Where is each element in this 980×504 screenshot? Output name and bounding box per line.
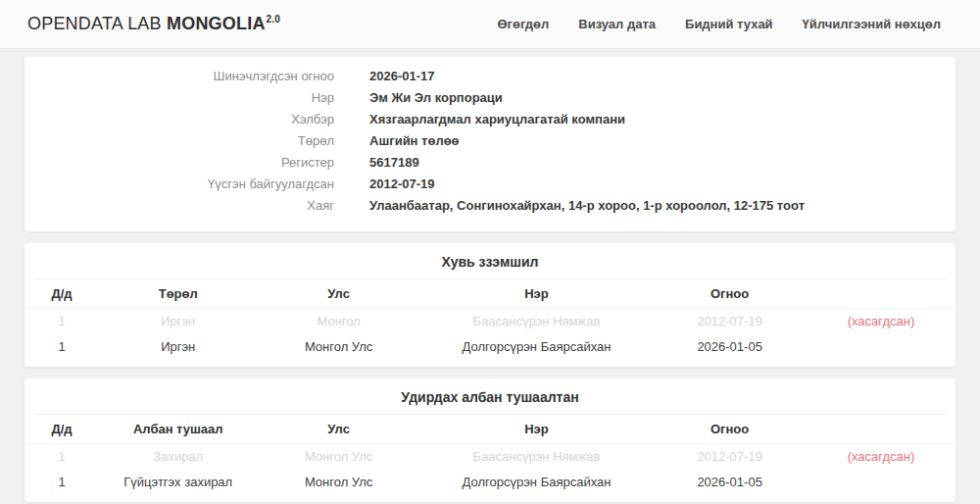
column-header-type: Төрөл <box>99 279 258 308</box>
cell-name: Баасансүрэн Нямжав <box>420 308 654 333</box>
detail-label: Хаяг <box>48 198 334 213</box>
site-logo[interactable]: OPENDATA LAB MONGOLIA2.0 <box>27 14 280 34</box>
app-header: OPENDATA LAB MONGOLIA2.0 Өгөгдөл Визуал … <box>0 0 980 49</box>
main-nav: Өгөгдөл Визуал дата Бидний тухай Үйлчилг… <box>497 17 941 31</box>
detail-value: Эм Жи Эл корпораци <box>369 90 932 105</box>
status-cell <box>807 469 956 494</box>
cell-date: 2026-01-05 <box>653 469 807 494</box>
logo-version: 2.0 <box>267 14 281 25</box>
detail-value: Хязгаарлагдмал хариуцлагатай компани <box>369 112 932 126</box>
cell-position: Захирал <box>99 443 258 469</box>
cell-name: Баасансүрэн Нямжав <box>420 443 654 469</box>
column-header-status <box>807 279 956 308</box>
logo-prefix: OPENDATA LAB <box>27 14 162 33</box>
column-header-date: Огноо <box>653 279 807 308</box>
detail-row-address: Хаяг Улаанбаатар, Сонгинохайрхан, 14-р х… <box>48 198 932 220</box>
cell-country: Монгол Улс <box>258 333 420 359</box>
cell-country: Монгол <box>258 308 420 333</box>
column-header-position: Албан тушаал <box>99 415 258 443</box>
cell-type: Иргэн <box>99 333 258 359</box>
detail-value: 5617189 <box>369 155 932 170</box>
cell-date: 2026-01-05 <box>653 333 807 359</box>
detail-label: Нэр <box>48 90 334 105</box>
status-cell <box>807 333 956 359</box>
shareholders-table: Д/д Төрөл Улс Нэр Огноо 1 Иргэн Монгол Б… <box>24 279 956 359</box>
status-removed-label: (хасагдсан) <box>807 308 956 333</box>
detail-label: Регистер <box>48 155 334 170</box>
detail-label: Үүсгэн байгуулагдсан <box>48 176 334 191</box>
detail-label: Шинэчлэгдсэн огноо <box>48 69 334 83</box>
detail-value: Улаанбаатар, Сонгинохайрхан, 14-р хороо,… <box>369 198 932 213</box>
column-header-number: Д/д <box>24 415 99 443</box>
column-header-date: Огноо <box>653 415 807 443</box>
column-header-country: Улс <box>258 415 420 443</box>
nav-item-data[interactable]: Өгөгдөл <box>497 17 549 31</box>
table-row: 1 Иргэн Монгол Баасансүрэн Нямжав 2012-0… <box>24 308 956 333</box>
executives-title: Удирдах албан тушаалтан <box>24 378 956 414</box>
detail-row-name: Нэр Эм Жи Эл корпораци <box>48 90 932 112</box>
column-header-country: Улс <box>258 279 420 308</box>
executives-card: Удирдах албан тушаалтан Д/д Албан тушаал… <box>24 378 956 502</box>
detail-value: 2026-01-17 <box>369 69 932 83</box>
column-header-name: Нэр <box>420 279 654 308</box>
column-header-status <box>807 415 956 443</box>
detail-row-form: Хэлбэр Хязгаарлагдмал хариуцлагатай комп… <box>48 112 932 133</box>
detail-row-established: Үүсгэн байгуулагдсан 2012-07-19 <box>48 176 932 198</box>
status-removed-label: (хасагдсан) <box>807 443 956 469</box>
cell-type: Иргэн <box>99 308 258 333</box>
nav-item-visual-data[interactable]: Визуал дата <box>578 17 656 31</box>
table-header-row: Д/д Албан тушаал Улс Нэр Огноо <box>24 415 956 443</box>
cell-name: Долгорсүрэн Баярсайхан <box>420 333 654 359</box>
cell-number: 1 <box>24 469 99 494</box>
detail-row-register: Регистер 5617189 <box>48 155 932 176</box>
detail-row-type: Төрөл Ашгийн төлөө <box>48 133 932 155</box>
detail-value: Ашгийн төлөө <box>369 133 932 148</box>
cell-number: 1 <box>24 443 99 469</box>
detail-label: Хэлбэр <box>48 112 334 126</box>
nav-item-about-us[interactable]: Бидний тухай <box>685 17 773 31</box>
detail-label: Төрөл <box>48 133 334 148</box>
cell-position: Гүйцэтгэх захирал <box>99 469 258 494</box>
shareholders-title: Хувь ззэмшил <box>24 243 956 278</box>
table-row: 1 Гүйцэтгэх захирал Монгол Улс Долгорсүр… <box>24 469 956 494</box>
company-details-card: Шинэчлэгдсэн огноо 2026-01-17 Нэр Эм Жи … <box>24 57 956 231</box>
executives-table: Д/д Албан тушаал Улс Нэр Огноо 1 Захирал… <box>24 415 956 494</box>
cell-number: 1 <box>24 308 99 333</box>
cell-number: 1 <box>24 333 99 359</box>
page-content: Шинэчлэгдсэн огноо 2026-01-17 Нэр Эм Жи … <box>24 57 956 502</box>
table-header-row: Д/д Төрөл Улс Нэр Огноо <box>24 279 956 308</box>
cell-name: Долгорсүрэн Баярсайхан <box>420 469 654 494</box>
detail-row-updated-date: Шинэчлэгдсэн огноо 2026-01-17 <box>48 69 932 90</box>
nav-item-terms-of-service[interactable]: Үйлчилгээний нөхцөл <box>803 17 941 31</box>
cell-date: 2012-07-19 <box>653 308 807 333</box>
logo-bold: MONGOLIA <box>167 14 266 33</box>
column-header-number: Д/д <box>24 279 99 308</box>
table-row: 1 Иргэн Монгол Улс Долгорсүрэн Баярсайха… <box>24 333 956 359</box>
cell-country: Монгол Улс <box>258 469 420 494</box>
cell-date: 2012-07-19 <box>653 443 807 469</box>
table-row: 1 Захирал Монгол Улс Баасансүрэн Нямжав … <box>24 443 956 469</box>
column-header-name: Нэр <box>420 415 654 443</box>
detail-value: 2012-07-19 <box>369 176 932 191</box>
shareholders-card: Хувь ззэмшил Д/д Төрөл Улс Нэр Огноо 1 <box>24 243 956 367</box>
cell-country: Монгол Улс <box>258 443 420 469</box>
